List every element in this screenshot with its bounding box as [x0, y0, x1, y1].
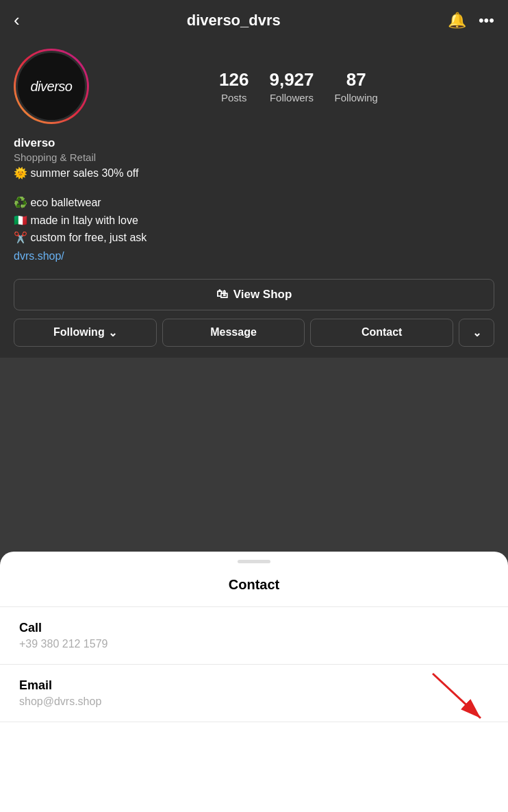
bio-line-2: ♻️ eco balletwear: [14, 195, 494, 210]
stat-following[interactable]: 87 Following: [335, 69, 378, 103]
posts-label: Posts: [221, 92, 247, 103]
followers-count: 9,927: [269, 69, 314, 90]
bio-line-4: ✂️ custom for free, just ask: [14, 230, 494, 245]
profile-top-row: diverso 126 Posts 9,927 Followers 87 Fol…: [14, 49, 494, 124]
profile-category: Shopping & Retail: [14, 151, 494, 163]
avatar-text: diverso: [31, 79, 73, 95]
contact-email-item[interactable]: Email shop@dvrs.shop: [0, 665, 508, 722]
call-value: +39 380 212 1579: [19, 638, 489, 650]
profile-link[interactable]: dvrs.shop/: [14, 250, 494, 262]
bio-section: diverso Shopping & Retail 🌞 summer sales…: [14, 136, 494, 272]
stat-posts[interactable]: 126 Posts: [219, 69, 249, 103]
posts-count: 126: [219, 69, 249, 90]
sheet-handle: [238, 560, 270, 563]
shop-icon: 🛍: [216, 288, 228, 302]
contact-call-item[interactable]: Call +39 380 212 1579: [0, 607, 508, 664]
sheet-title: Contact: [0, 577, 508, 593]
top-navigation-bar: ‹ diverso_dvrs 🔔 •••: [0, 0, 508, 38]
more-options-icon[interactable]: •••: [479, 12, 494, 29]
message-button[interactable]: Message: [162, 319, 305, 347]
chevron-down-icon-2: ⌄: [472, 326, 481, 339]
contact-bottom-sheet: Contact Call +39 380 212 1579 Email shop…: [0, 552, 508, 812]
profile-username: diverso_dvrs: [187, 12, 281, 29]
message-label: Message: [210, 326, 257, 339]
following-count: 87: [346, 69, 366, 90]
red-arrow-annotation: [426, 667, 508, 728]
action-buttons-row: Following ⌄ Message Contact ⌄: [14, 319, 494, 358]
contact-button[interactable]: Contact: [310, 319, 453, 347]
chevron-down-icon: ⌄: [108, 326, 117, 339]
bio-line-3: 🇮🇹 made in Italy with love: [14, 213, 494, 228]
following-label: Following: [53, 326, 105, 339]
following-button[interactable]: Following ⌄: [14, 319, 157, 347]
email-value: shop@dvrs.shop: [19, 696, 489, 708]
following-label: Following: [335, 92, 378, 103]
avatar-ring[interactable]: diverso: [14, 49, 89, 124]
bio-line-1: 🌞 summer sales 30% off: [14, 166, 494, 181]
stat-followers[interactable]: 9,927 Followers: [269, 69, 314, 103]
more-dropdown-button[interactable]: ⌄: [459, 319, 494, 347]
profile-stats: 126 Posts 9,927 Followers 87 Following: [103, 69, 494, 103]
followers-label: Followers: [270, 92, 314, 103]
profile-display-name: diverso: [14, 136, 494, 150]
header-right-actions: 🔔 •••: [448, 12, 494, 29]
email-label: Email: [19, 678, 489, 693]
contact-label: Contact: [361, 326, 403, 339]
svg-line-1: [433, 674, 481, 718]
back-button[interactable]: ‹: [14, 10, 20, 31]
notifications-icon[interactable]: 🔔: [448, 12, 466, 29]
profile-section: diverso 126 Posts 9,927 Followers 87 Fol…: [0, 38, 508, 358]
view-shop-button[interactable]: 🛍 View Shop: [14, 279, 494, 310]
avatar: diverso: [16, 51, 87, 122]
view-shop-label: View Shop: [233, 288, 292, 302]
call-label: Call: [19, 621, 489, 635]
